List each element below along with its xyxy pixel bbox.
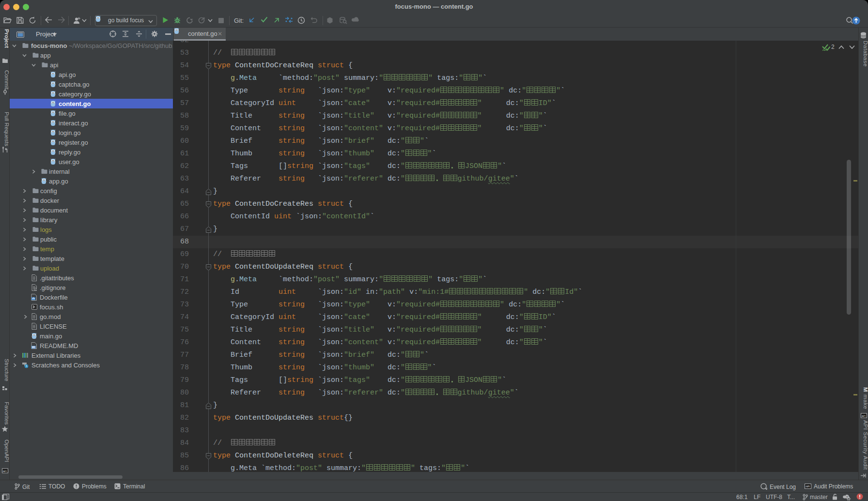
svg-text:/API: /API bbox=[806, 486, 810, 488]
svg-text:MD: MD bbox=[32, 346, 36, 349]
svg-text:/API: /API bbox=[3, 470, 7, 472]
svg-text:/API: /API bbox=[862, 415, 866, 417]
